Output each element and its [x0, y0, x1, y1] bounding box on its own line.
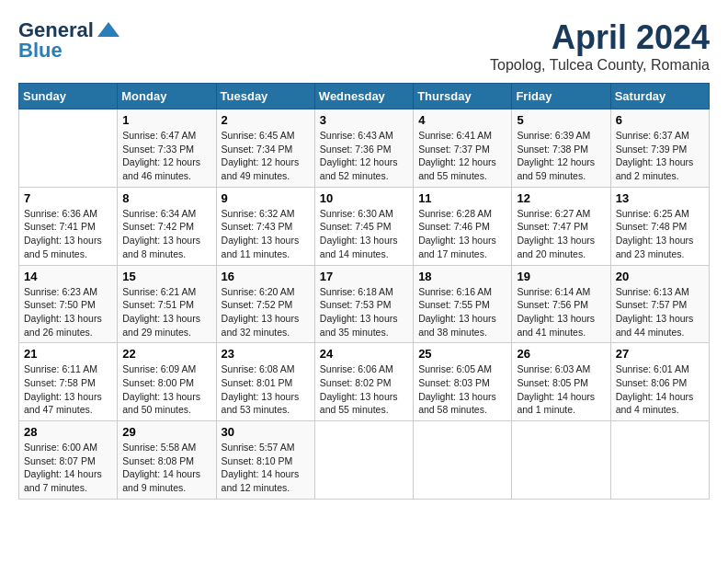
day-number: 15 — [122, 270, 210, 283]
day-number: 6 — [616, 113, 704, 127]
calendar-cell: 25Sunrise: 6:05 AM Sunset: 8:03 PM Dayli… — [414, 343, 512, 421]
day-info: Sunrise: 6:21 AM Sunset: 7:51 PM Dayligh… — [122, 285, 210, 339]
day-info: Sunrise: 6:08 AM Sunset: 8:01 PM Dayligh… — [222, 362, 310, 417]
calendar-cell: 30Sunrise: 5:57 AM Sunset: 8:10 PM Dayli… — [216, 421, 314, 500]
calendar-cell: 20Sunrise: 6:13 AM Sunset: 7:57 PM Dayli… — [610, 265, 709, 343]
day-info: Sunrise: 6:20 AM Sunset: 7:52 PM Dayligh… — [222, 285, 310, 339]
calendar-table: SundayMondayTuesdayWednesdayThursdayFrid… — [18, 83, 710, 500]
calendar-cell: 18Sunrise: 6:16 AM Sunset: 7:55 PM Dayli… — [414, 265, 512, 343]
day-info: Sunrise: 6:05 AM Sunset: 8:03 PM Dayligh… — [418, 362, 506, 417]
calendar-cell: 9Sunrise: 6:32 AM Sunset: 7:43 PM Daylig… — [216, 187, 314, 265]
day-info: Sunrise: 6:37 AM Sunset: 7:39 PM Dayligh… — [616, 129, 704, 183]
day-info: Sunrise: 6:30 AM Sunset: 7:45 PM Dayligh… — [320, 207, 408, 261]
calendar-cell: 1Sunrise: 6:47 AM Sunset: 7:33 PM Daylig… — [118, 109, 216, 188]
day-info: Sunrise: 5:57 AM Sunset: 8:10 PM Dayligh… — [222, 441, 310, 495]
day-number: 20 — [616, 270, 704, 283]
day-number: 24 — [320, 347, 408, 361]
day-number: 22 — [122, 347, 210, 361]
logo-icon — [96, 20, 121, 40]
day-info: Sunrise: 6:43 AM Sunset: 7:36 PM Dayligh… — [320, 129, 408, 183]
svg-marker-0 — [97, 22, 119, 37]
day-info: Sunrise: 6:11 AM Sunset: 7:58 PM Dayligh… — [24, 362, 112, 417]
calendar-cell: 12Sunrise: 6:27 AM Sunset: 7:47 PM Dayli… — [512, 187, 610, 265]
day-number: 12 — [517, 191, 605, 205]
calendar-cell: 15Sunrise: 6:21 AM Sunset: 7:51 PM Dayli… — [118, 265, 216, 343]
calendar-cell: 14Sunrise: 6:23 AM Sunset: 7:50 PM Dayli… — [19, 265, 118, 343]
calendar-cell: 11Sunrise: 6:28 AM Sunset: 7:46 PM Dayli… — [414, 187, 512, 265]
day-info: Sunrise: 5:58 AM Sunset: 8:08 PM Dayligh… — [122, 441, 210, 495]
logo: General Blue — [18, 18, 121, 63]
weekday-header: Sunday — [19, 84, 118, 109]
calendar-cell — [610, 421, 709, 500]
calendar-cell — [314, 421, 413, 500]
day-number: 13 — [616, 191, 704, 205]
calendar-cell: 19Sunrise: 6:14 AM Sunset: 7:56 PM Dayli… — [512, 265, 610, 343]
day-info: Sunrise: 6:34 AM Sunset: 7:42 PM Dayligh… — [122, 207, 210, 261]
day-number: 26 — [517, 347, 605, 361]
day-number: 25 — [418, 347, 506, 361]
calendar-cell: 16Sunrise: 6:20 AM Sunset: 7:52 PM Dayli… — [216, 265, 314, 343]
day-number: 29 — [122, 425, 210, 439]
day-number: 27 — [616, 347, 704, 361]
calendar-week-row: 14Sunrise: 6:23 AM Sunset: 7:50 PM Dayli… — [19, 265, 710, 343]
day-number: 19 — [517, 270, 605, 283]
calendar-cell: 4Sunrise: 6:41 AM Sunset: 7:37 PM Daylig… — [414, 109, 512, 188]
weekday-header: Wednesday — [314, 84, 413, 109]
calendar-cell — [19, 109, 118, 188]
calendar-cell: 26Sunrise: 6:03 AM Sunset: 8:05 PM Dayli… — [512, 343, 610, 421]
day-number: 9 — [222, 191, 310, 205]
day-info: Sunrise: 6:45 AM Sunset: 7:34 PM Dayligh… — [222, 129, 310, 183]
calendar-week-row: 7Sunrise: 6:36 AM Sunset: 7:41 PM Daylig… — [19, 187, 710, 265]
calendar-cell: 8Sunrise: 6:34 AM Sunset: 7:42 PM Daylig… — [118, 187, 216, 265]
day-number: 17 — [320, 270, 408, 283]
weekday-header-row: SundayMondayTuesdayWednesdayThursdayFrid… — [19, 84, 710, 109]
day-info: Sunrise: 6:03 AM Sunset: 8:05 PM Dayligh… — [517, 362, 605, 417]
day-number: 21 — [24, 347, 112, 361]
calendar-cell: 22Sunrise: 6:09 AM Sunset: 8:00 PM Dayli… — [118, 343, 216, 421]
day-info: Sunrise: 6:16 AM Sunset: 7:55 PM Dayligh… — [418, 285, 506, 339]
day-info: Sunrise: 6:09 AM Sunset: 8:00 PM Dayligh… — [122, 362, 210, 417]
location-title: Topolog, Tulcea County, Romania — [490, 57, 710, 74]
day-info: Sunrise: 6:27 AM Sunset: 7:47 PM Dayligh… — [517, 207, 605, 261]
day-info: Sunrise: 6:47 AM Sunset: 7:33 PM Dayligh… — [122, 129, 210, 183]
weekday-header: Tuesday — [216, 84, 314, 109]
day-number: 30 — [222, 425, 310, 439]
header: General Blue April 2024 Topolog, Tulcea … — [18, 18, 710, 74]
day-number: 11 — [418, 191, 506, 205]
day-info: Sunrise: 6:14 AM Sunset: 7:56 PM Dayligh… — [517, 285, 605, 339]
day-info: Sunrise: 6:23 AM Sunset: 7:50 PM Dayligh… — [24, 285, 112, 339]
calendar-cell: 5Sunrise: 6:39 AM Sunset: 7:38 PM Daylig… — [512, 109, 610, 188]
day-number: 23 — [222, 347, 310, 361]
logo-blue: Blue — [18, 39, 63, 63]
calendar-cell: 2Sunrise: 6:45 AM Sunset: 7:34 PM Daylig… — [216, 109, 314, 188]
calendar-cell: 21Sunrise: 6:11 AM Sunset: 7:58 PM Dayli… — [19, 343, 118, 421]
day-info: Sunrise: 6:18 AM Sunset: 7:53 PM Dayligh… — [320, 285, 408, 339]
day-number: 2 — [222, 113, 310, 127]
day-info: Sunrise: 6:01 AM Sunset: 8:06 PM Dayligh… — [616, 362, 704, 417]
calendar-cell — [512, 421, 610, 500]
calendar-week-row: 21Sunrise: 6:11 AM Sunset: 7:58 PM Dayli… — [19, 343, 710, 421]
weekday-header: Monday — [118, 84, 216, 109]
day-number: 3 — [320, 113, 408, 127]
calendar-cell: 3Sunrise: 6:43 AM Sunset: 7:36 PM Daylig… — [314, 109, 413, 188]
day-number: 14 — [24, 270, 112, 283]
day-info: Sunrise: 6:00 AM Sunset: 8:07 PM Dayligh… — [24, 441, 112, 495]
weekday-header: Saturday — [610, 84, 709, 109]
title-section: April 2024 Topolog, Tulcea County, Roman… — [490, 18, 710, 74]
calendar-cell: 17Sunrise: 6:18 AM Sunset: 7:53 PM Dayli… — [314, 265, 413, 343]
day-info: Sunrise: 6:41 AM Sunset: 7:37 PM Dayligh… — [418, 129, 506, 183]
calendar-cell: 29Sunrise: 5:58 AM Sunset: 8:08 PM Dayli… — [118, 421, 216, 500]
calendar-cell: 24Sunrise: 6:06 AM Sunset: 8:02 PM Dayli… — [314, 343, 413, 421]
day-number: 10 — [320, 191, 408, 205]
calendar-cell: 13Sunrise: 6:25 AM Sunset: 7:48 PM Dayli… — [610, 187, 709, 265]
calendar-cell: 23Sunrise: 6:08 AM Sunset: 8:01 PM Dayli… — [216, 343, 314, 421]
calendar-cell: 6Sunrise: 6:37 AM Sunset: 7:39 PM Daylig… — [610, 109, 709, 188]
day-info: Sunrise: 6:13 AM Sunset: 7:57 PM Dayligh… — [616, 285, 704, 339]
calendar-week-row: 1Sunrise: 6:47 AM Sunset: 7:33 PM Daylig… — [19, 109, 710, 188]
calendar-cell: 28Sunrise: 6:00 AM Sunset: 8:07 PM Dayli… — [19, 421, 118, 500]
day-info: Sunrise: 6:28 AM Sunset: 7:46 PM Dayligh… — [418, 207, 506, 261]
day-number: 4 — [418, 113, 506, 127]
day-number: 28 — [24, 425, 112, 439]
day-number: 7 — [24, 191, 112, 205]
day-number: 5 — [517, 113, 605, 127]
